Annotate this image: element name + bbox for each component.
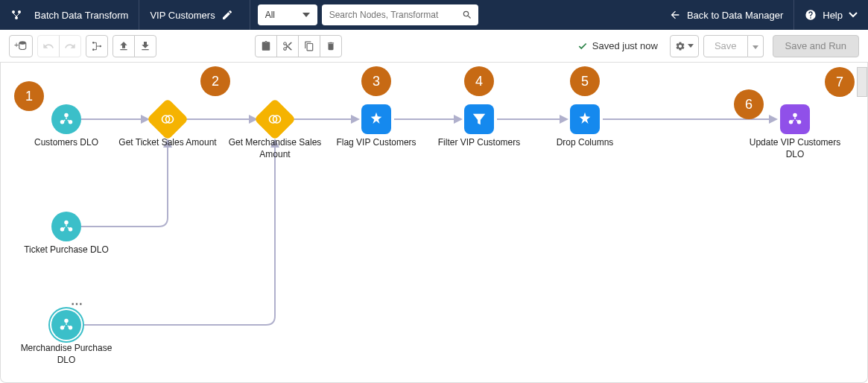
node-drop-cols[interactable]: Drop Columns — [533, 104, 637, 149]
node-get-merch-sales[interactable]: Get Merchandise Sales Amount — [223, 104, 327, 160]
transform-icon — [10, 9, 22, 21]
svg-text:+: + — [14, 39, 19, 48]
filter-selected: All — [265, 10, 275, 20]
upload-icon — [118, 40, 130, 52]
check-icon — [577, 41, 588, 51]
cut-button[interactable] — [276, 35, 299, 57]
svg-point-2 — [15, 16, 18, 19]
svg-point-21 — [64, 319, 69, 323]
caret-down-icon — [688, 44, 694, 48]
svg-point-4 — [19, 41, 26, 45]
source-icon — [51, 212, 81, 241]
source-icon — [51, 310, 81, 340]
caret-down-icon — [302, 13, 310, 17]
gear-icon — [675, 41, 685, 51]
save-run-button[interactable]: Save and Run — [773, 35, 859, 57]
node-label: Flag VIP Customers — [336, 137, 416, 149]
node-menu-icon[interactable]: ⋯ — [71, 297, 83, 311]
paste-button[interactable] — [298, 35, 320, 57]
svg-point-1 — [18, 10, 21, 13]
node-customers-dlo[interactable]: Customers DLO — [14, 104, 118, 149]
svg-point-18 — [64, 221, 69, 225]
copy-icon — [304, 40, 314, 52]
add-db-icon: + — [14, 39, 28, 53]
svg-point-15 — [793, 113, 797, 118]
back-link[interactable]: Back to Data Manager — [659, 0, 794, 30]
join-icon — [147, 98, 189, 141]
output-icon — [780, 104, 810, 134]
chevron-down-icon — [849, 12, 858, 18]
node-merch-purchase[interactable]: ⋯ Merchandise Purchase DLO — [14, 310, 118, 366]
add-source-button[interactable]: + — [9, 35, 33, 57]
node-label: Customers DLO — [34, 137, 98, 149]
node-label: Filter VIP Customers — [438, 137, 520, 149]
question-icon — [805, 9, 817, 21]
redo-icon — [64, 40, 76, 52]
layout-button[interactable] — [86, 35, 108, 57]
back-label: Back to Data Manager — [687, 10, 783, 21]
node-flag-vip[interactable]: Flag VIP Customers — [324, 104, 428, 149]
pencil-icon[interactable] — [221, 9, 233, 21]
doc-title-section: VIP Customers — [139, 0, 250, 30]
search-input-wrap[interactable] — [322, 4, 478, 25]
node-label: Ticket Purchase DLO — [24, 244, 109, 256]
download-icon — [139, 40, 151, 52]
undo-button[interactable] — [37, 35, 60, 57]
join-icon — [254, 98, 297, 141]
redo-button[interactable] — [59, 35, 81, 57]
toolbar: + Saved just now Save Save and Run — [0, 30, 868, 63]
copy-button[interactable] — [255, 35, 277, 57]
settings-button[interactable] — [670, 35, 699, 57]
search-section: All — [250, 4, 659, 25]
node-label: Drop Columns — [557, 137, 614, 149]
filter-dropdown[interactable]: All — [258, 4, 317, 25]
svg-point-5 — [92, 42, 95, 44]
svg-point-6 — [92, 48, 95, 51]
node-label: Get Merchandise Sales Amount — [223, 137, 327, 160]
app-header: Batch Data Transform VIP Customers All B… — [0, 0, 868, 30]
callout-4: 4 — [464, 66, 494, 96]
hierarchy-icon — [91, 40, 103, 52]
node-filter-vip[interactable]: Filter VIP Customers — [427, 104, 531, 149]
app-title-section: Batch Data Transform — [0, 0, 139, 30]
upload-button[interactable] — [113, 35, 135, 57]
clipboard-icon — [261, 40, 271, 52]
delete-button[interactable] — [320, 35, 342, 57]
svg-point-8 — [64, 113, 69, 118]
callout-3: 3 — [361, 66, 391, 96]
node-label: Update VIP Customers DLO — [743, 137, 847, 160]
node-label: Get Ticket Sales Amount — [118, 137, 216, 149]
undo-icon — [42, 40, 54, 52]
caret-down-icon — [753, 45, 758, 49]
transform-icon — [570, 104, 600, 134]
callout-2: 2 — [200, 66, 230, 96]
app-title: Batch Data Transform — [34, 10, 128, 21]
trash-icon — [326, 40, 336, 52]
node-label: Merchandise Purchase DLO — [14, 343, 118, 366]
doc-title: VIP Customers — [150, 10, 215, 21]
source-icon — [51, 104, 81, 134]
transform-icon — [361, 104, 391, 134]
save-status: Saved just now — [577, 40, 658, 51]
help-label: Help — [823, 10, 843, 21]
save-button[interactable]: Save — [703, 35, 748, 57]
filter-icon — [464, 104, 494, 134]
node-ticket-purchase[interactable]: Ticket Purchase DLO — [14, 212, 118, 256]
callout-5: 5 — [570, 66, 600, 96]
save-dropdown[interactable] — [748, 35, 764, 57]
svg-point-0 — [12, 10, 15, 13]
download-button[interactable] — [134, 35, 156, 57]
node-update-vip[interactable]: Update VIP Customers DLO — [743, 104, 847, 160]
callout-7: 7 — [825, 67, 855, 97]
search-input[interactable] — [329, 10, 471, 20]
search-icon — [462, 10, 472, 20]
scissors-icon — [282, 40, 293, 52]
save-status-text: Saved just now — [592, 40, 658, 51]
svg-point-7 — [99, 45, 101, 47]
canvas[interactable]: 1 2 3 4 5 6 7 Customers DLO Get Ticket S… — [0, 63, 868, 383]
node-get-ticket-sales[interactable]: Get Ticket Sales Amount — [115, 104, 220, 149]
help-button[interactable]: Help — [794, 0, 868, 30]
arrow-left-icon — [669, 9, 681, 21]
scrollbar[interactable] — [857, 67, 867, 97]
